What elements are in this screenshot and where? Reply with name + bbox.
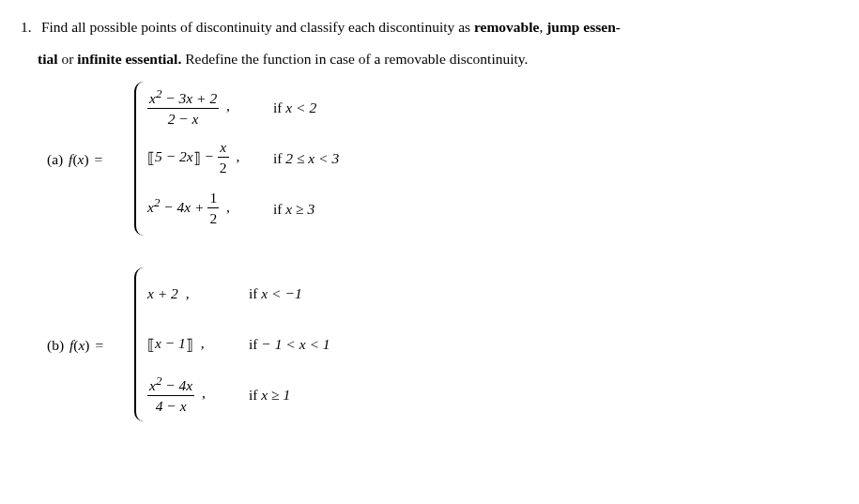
c2-fn: x <box>218 138 229 158</box>
c2-cond: 2 ≤ x < 3 <box>285 150 339 166</box>
part-b-case-3: x2 − 4x 4 − x , if x ≥ 1 <box>147 369 330 420</box>
c2-inner-b: x <box>187 148 193 164</box>
b2-cond: − 1 < x < 1 <box>261 336 330 352</box>
part-a: (a) f(x) = x2 − 3x + 2 2 − x , if x < 2 … <box>47 82 838 236</box>
double-bracket-left-icon-b: ⟦ <box>147 335 155 356</box>
b1-expr: x + 2 <box>147 285 178 301</box>
b3-cond: x ≥ 1 <box>261 387 290 403</box>
b3-den: 4 − x <box>156 398 187 414</box>
c3-fd: 2 <box>207 208 219 229</box>
part-b: (b) f(x) = x + 2 , if x < −1 ⟦x − 1⟧ , i… <box>47 267 838 421</box>
c1-if: if <box>273 99 285 115</box>
b2-inner: x − 1 <box>155 335 186 351</box>
part-a-case-1: x2 − 3x + 2 2 − x , if x < 2 <box>147 82 339 132</box>
part-b-label: (b) <box>47 337 64 353</box>
b1-cond: x < −1 <box>261 285 301 301</box>
double-bracket-left-icon: ⟦ <box>147 148 155 169</box>
c1-rest: − 3x + 2 <box>161 90 217 106</box>
c3-fn: 1 <box>207 189 219 208</box>
eq-sign: = <box>95 151 103 167</box>
eq-sign-b: = <box>95 337 103 353</box>
b3-xa: x <box>149 377 156 393</box>
statement-post: Redefine the function in case of a remov… <box>181 51 528 67</box>
b1-if: if <box>249 285 261 301</box>
double-bracket-right-icon-b: ⟧ <box>186 335 193 356</box>
c3-frac: 12 <box>207 189 219 229</box>
part-a-case-2: ⟦5 − 2x⟧ − x2 , if 2 ≤ x < 3 <box>147 132 339 183</box>
part-a-case-3: x2 − 4x + 12 , if x ≥ 3 <box>147 183 339 234</box>
c2-fd: 2 <box>218 158 229 178</box>
c1-cond: x < 2 <box>285 99 316 115</box>
part-a-label: (a) <box>47 151 63 167</box>
b3-rest: − 4x <box>161 377 192 393</box>
c2-minus: − <box>201 148 218 164</box>
c3-if: if <box>273 201 285 217</box>
c3-xa: x <box>147 199 154 215</box>
sep1: , <box>539 19 546 35</box>
b3-fraction: x2 − 4x 4 − x <box>147 373 194 416</box>
case1-fraction: x2 − 3x + 2 2 − x <box>147 85 219 129</box>
term-removable: removable <box>474 19 539 35</box>
part-a-cases: x2 − 3x + 2 2 − x , if x < 2 ⟦5 − 2x⟧ − … <box>134 82 339 236</box>
sep2: or <box>58 51 78 67</box>
part-b-case-1: x + 2 , if x < −1 <box>147 267 330 318</box>
b2-if: if <box>249 336 261 352</box>
c3-cond: x ≥ 3 <box>285 201 314 217</box>
b3-if: if <box>249 387 261 403</box>
c1-xa: x <box>149 90 156 106</box>
part-b-cases: x + 2 , if x < −1 ⟦x − 1⟧ , if − 1 < x <… <box>134 267 330 421</box>
part-b-case-2: ⟦x − 1⟧ , if − 1 < x < 1 <box>147 318 330 369</box>
c2-frac: x2 <box>218 138 229 178</box>
term-jump-line2: tial <box>38 51 58 67</box>
statement-part-1: Find all possible points of discontinuit… <box>41 19 474 35</box>
double-bracket-right-icon: ⟧ <box>193 148 201 169</box>
c3-rest: − 4x + <box>160 199 207 215</box>
term-infinite: infinite essential. <box>77 51 181 67</box>
problem-number: 1. <box>21 17 38 38</box>
term-jump-line1: jump essen- <box>546 19 621 35</box>
problem-statement: 1. Find all possible points of discontin… <box>21 17 838 69</box>
c1-den: 2 − x <box>168 111 199 127</box>
c2-if: if <box>273 150 285 166</box>
c2-inner-a: 5 − 2 <box>155 148 187 164</box>
